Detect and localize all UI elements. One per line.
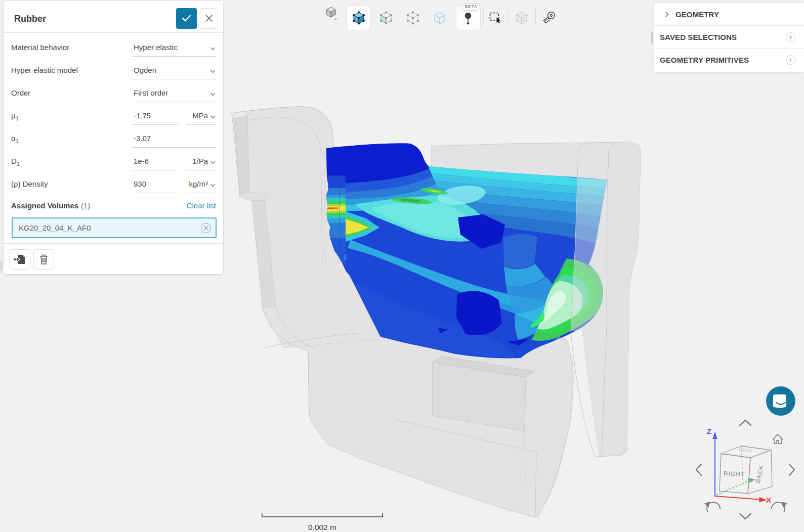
svg-text:X: X (766, 496, 771, 504)
svg-text:BACK: BACK (754, 464, 765, 484)
svg-text:FRONT: FRONT (739, 447, 753, 454)
svg-text:Z: Z (707, 427, 711, 435)
svg-text:0.002 m: 0.002 m (308, 523, 336, 531)
svg-text:RIGHT: RIGHT (724, 470, 745, 477)
